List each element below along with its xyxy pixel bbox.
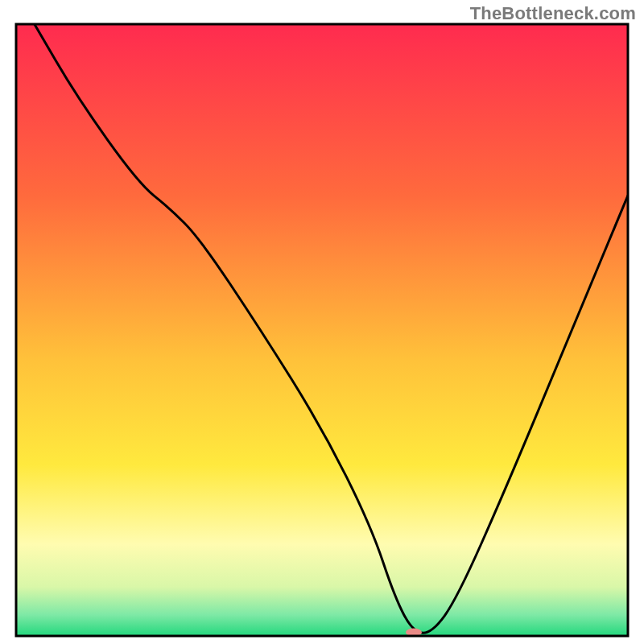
watermark-text: TheBottleneck.com xyxy=(470,3,636,24)
bottleneck-chart xyxy=(0,0,644,644)
gradient-background xyxy=(16,24,628,636)
chart-container: TheBottleneck.com xyxy=(0,0,644,644)
